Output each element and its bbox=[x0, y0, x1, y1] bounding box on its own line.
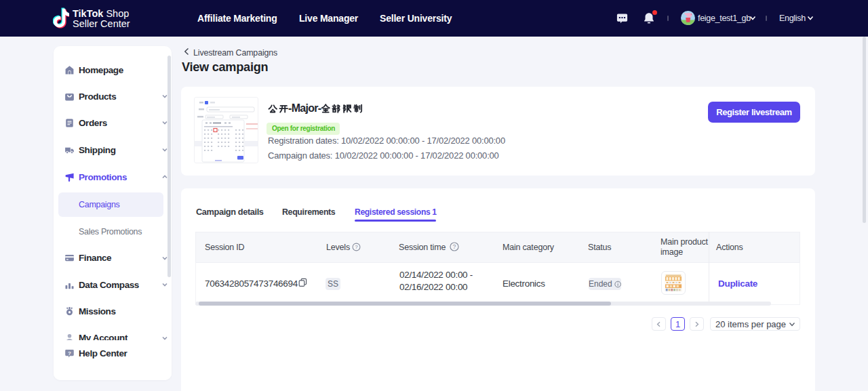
svg-text:?: ? bbox=[68, 350, 71, 356]
svg-text:?: ? bbox=[453, 243, 456, 250]
svg-text:?: ? bbox=[355, 244, 358, 250]
